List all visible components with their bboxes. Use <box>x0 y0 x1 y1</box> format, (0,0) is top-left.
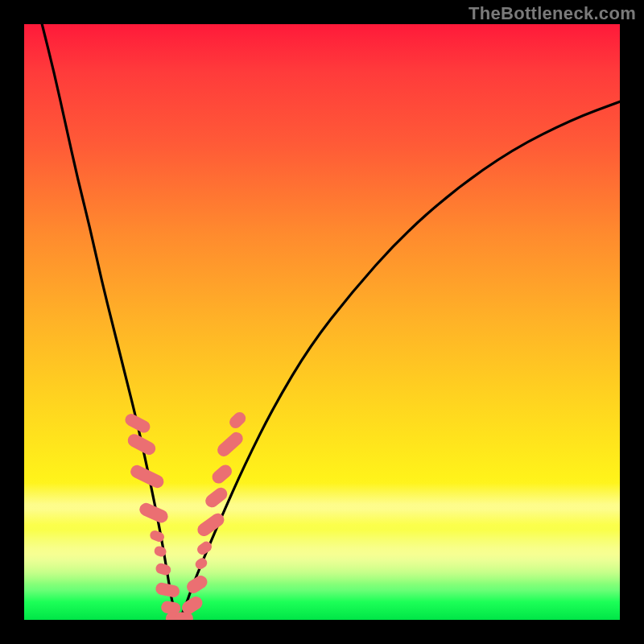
chart-frame: TheBottleneck.com <box>0 0 644 644</box>
watermark-text: TheBottleneck.com <box>469 3 636 24</box>
curve-svg <box>24 24 620 620</box>
bottleneck-curve <box>42 24 620 617</box>
plot-area <box>24 24 620 620</box>
